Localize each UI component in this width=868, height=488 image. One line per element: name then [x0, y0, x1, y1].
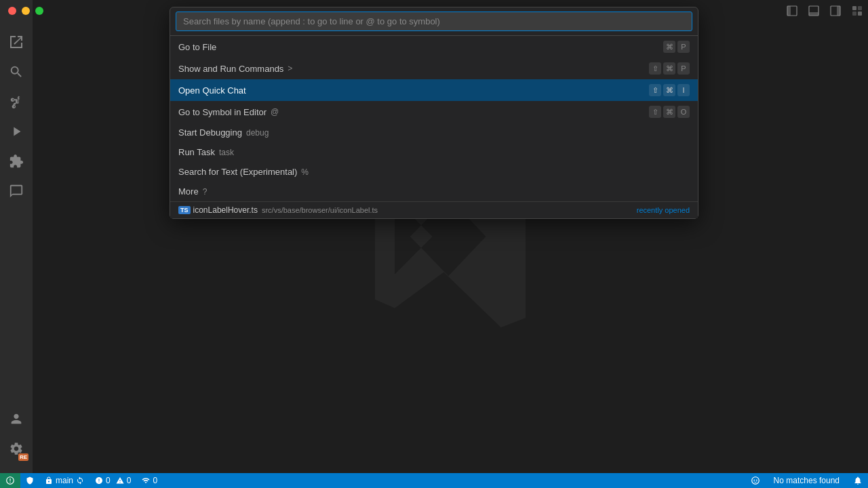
- command-open-quick-chat-keybinding: ⇧ ⌘ I: [649, 84, 690, 96]
- status-branch-name: main: [56, 476, 73, 485]
- kbd-p: P: [677, 41, 690, 53]
- command-run-task-label: Run Task: [178, 147, 215, 157]
- recent-file-path: src/vs/base/browser/ui/iconLabel.ts: [262, 206, 378, 214]
- ts-badge: TS: [178, 206, 191, 214]
- command-open-quick-chat-label: Open Quick Chat: [178, 85, 246, 96]
- status-remote-count: 0: [153, 476, 157, 485]
- activity-profile[interactable]: [4, 407, 28, 431]
- window-layout-controls: [787, 5, 863, 19]
- svg-point-11: [755, 480, 757, 481]
- status-errors[interactable]: 0 0: [90, 473, 136, 488]
- activity-source-control[interactable]: [4, 89, 28, 114]
- command-palette: Go to File ⌘ P Show and Run Commands > ⇧…: [170, 7, 698, 219]
- command-open-quick-chat[interactable]: Open Quick Chat ⇧ ⌘ I: [170, 79, 698, 101]
- recent-file-row[interactable]: TS iconLabelHover.ts src/vs/base/browser…: [170, 201, 698, 218]
- command-more-label: More: [178, 186, 199, 197]
- status-bar-right: No matches found: [745, 473, 868, 488]
- settings-badge: RE: [18, 453, 28, 461]
- command-more-tag: ?: [203, 187, 208, 197]
- status-shield[interactable]: [20, 473, 39, 488]
- svg-rect-7: [858, 6, 862, 10]
- command-go-to-symbol-keybinding: ⇧ ⌘ O: [649, 106, 690, 118]
- kbd-shift2: ⇧: [649, 84, 661, 96]
- status-error-count: 0: [106, 476, 111, 485]
- command-run-task[interactable]: Run Task task: [170, 142, 698, 162]
- svg-rect-4: [837, 6, 840, 16]
- command-list: Go to File ⌘ P Show and Run Commands > ⇧…: [170, 36, 698, 201]
- command-go-to-symbol-label: Go to Symbol in Editor: [178, 107, 267, 117]
- customize-layout-icon[interactable]: [852, 5, 863, 19]
- panel-layout-icon[interactable]: [808, 5, 819, 19]
- command-run-task-tag: task: [219, 148, 234, 157]
- close-button[interactable]: [8, 7, 16, 15]
- command-palette-search[interactable]: [176, 12, 692, 31]
- status-branch[interactable]: main: [39, 473, 90, 488]
- no-matches-text: No matches found: [766, 476, 848, 485]
- command-show-run[interactable]: Show and Run Commands > ⇧ ⌘ P: [170, 58, 698, 79]
- status-warning-count: 0: [127, 476, 132, 485]
- command-search-text-label: Search for Text (Experimental): [178, 167, 297, 177]
- sidebar-layout-icon[interactable]: [787, 5, 797, 19]
- svg-rect-2: [809, 12, 818, 16]
- command-start-debugging-tag: debug: [246, 128, 269, 138]
- command-go-to-file[interactable]: Go to File ⌘ P: [170, 36, 698, 58]
- activity-bar: RE: [0, 0, 33, 474]
- status-bell[interactable]: [848, 473, 868, 488]
- activity-explorer[interactable]: [4, 30, 28, 54]
- activity-search[interactable]: [4, 60, 28, 84]
- svg-point-10: [753, 480, 755, 481]
- svg-rect-6: [852, 6, 856, 10]
- status-remote-connections[interactable]: 0: [136, 473, 163, 488]
- traffic-lights[interactable]: [8, 7, 43, 15]
- activity-settings[interactable]: RE: [4, 436, 28, 461]
- kbd-cmd2: ⌘: [663, 62, 675, 75]
- command-go-to-file-label: Go to File: [178, 42, 216, 52]
- kbd-cmd: ⌘: [663, 41, 675, 53]
- command-more[interactable]: More ?: [170, 182, 698, 201]
- minimize-button[interactable]: [22, 7, 30, 15]
- command-show-run-label: Show and Run Commands: [178, 64, 283, 74]
- status-copilot[interactable]: [745, 473, 766, 488]
- maximize-button[interactable]: [35, 7, 43, 15]
- command-search-text[interactable]: Search for Text (Experimental) %: [170, 162, 698, 182]
- svg-rect-9: [858, 12, 862, 16]
- kbd-o: O: [677, 106, 690, 118]
- status-bar-left: main 0 0 0: [0, 473, 163, 488]
- svg-rect-0: [787, 6, 791, 16]
- command-show-run-tag: >: [288, 64, 292, 73]
- search-input-wrapper: [170, 7, 698, 36]
- command-start-debugging-label: Start Debugging: [178, 127, 242, 138]
- command-go-to-symbol[interactable]: Go to Symbol in Editor @ ⇧ ⌘ O: [170, 101, 698, 123]
- kbd-shift3: ⇧: [649, 106, 661, 118]
- activity-chat[interactable]: [4, 179, 28, 203]
- command-search-text-tag: %: [301, 167, 309, 177]
- command-start-debugging[interactable]: Start Debugging debug: [170, 123, 698, 142]
- recent-file-name: iconLabelHover.ts: [193, 205, 258, 215]
- kbd-shift: ⇧: [649, 62, 661, 75]
- command-go-to-file-keybinding: ⌘ P: [663, 41, 690, 53]
- kbd-i: I: [677, 84, 690, 96]
- kbd-p2: P: [677, 62, 690, 75]
- recently-opened-label: recently opened: [637, 206, 690, 214]
- kbd-cmd3: ⌘: [663, 84, 675, 96]
- svg-rect-8: [852, 12, 856, 16]
- kbd-cmd4: ⌘: [663, 106, 675, 118]
- activity-run-debug[interactable]: [4, 119, 28, 144]
- status-remote[interactable]: [0, 473, 20, 488]
- status-bar: main 0 0 0 No matches found: [0, 473, 868, 488]
- command-show-run-keybinding: ⇧ ⌘ P: [649, 62, 690, 75]
- activity-extensions[interactable]: [4, 149, 28, 174]
- command-go-to-symbol-tag: @: [271, 107, 279, 117]
- secondary-sidebar-icon[interactable]: [830, 5, 841, 19]
- activity-bar-bottom: RE: [0, 407, 33, 461]
